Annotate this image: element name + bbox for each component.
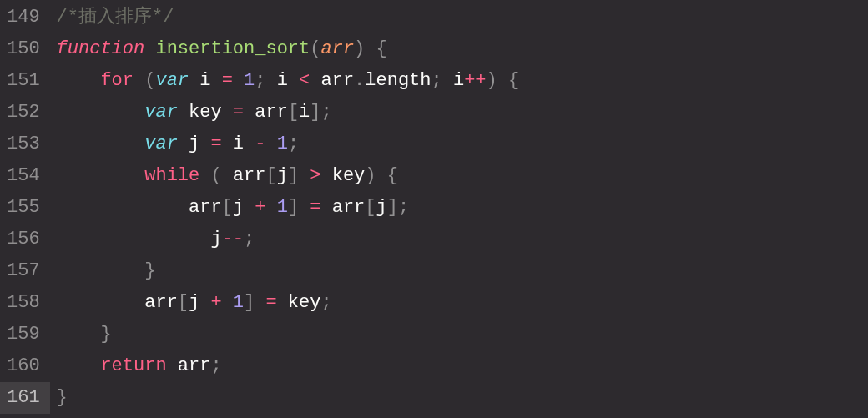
token-operator: = <box>233 102 244 123</box>
line-number: 154 <box>7 160 40 192</box>
token-punct: [ <box>178 292 189 313</box>
token-ident: key <box>277 292 321 313</box>
token-ident: arr <box>57 292 178 313</box>
token-punct: [ <box>288 102 299 123</box>
token-param: arr <box>320 38 354 59</box>
token-keyword-nf: return <box>100 355 166 376</box>
token-punct: ; <box>244 229 255 249</box>
token-operator: = <box>222 70 233 91</box>
line-number: 158 <box>7 287 40 319</box>
token-keyword: function <box>57 38 145 59</box>
token-punct: ] <box>244 292 255 313</box>
token-ident: i <box>222 133 255 154</box>
token-punct: ; <box>320 292 331 313</box>
line-number: 152 <box>7 97 40 128</box>
token-punct: { <box>508 70 519 91</box>
token-punct: ] <box>387 197 398 218</box>
token-punct: { <box>387 165 398 186</box>
token-ident <box>134 70 144 91</box>
code-line[interactable]: } <box>57 319 520 350</box>
token-ident: key <box>320 165 365 186</box>
token-ident: i <box>442 70 464 91</box>
line-number: 150 <box>7 33 40 65</box>
line-number: 159 <box>7 319 40 350</box>
line-number: 156 <box>7 224 40 255</box>
token-operator: + <box>255 197 265 218</box>
code-line[interactable]: arr[j + 1] = key; <box>57 287 520 319</box>
code-line[interactable]: function insertion_sort(arr) { <box>57 33 520 65</box>
code-line[interactable]: return arr; <box>57 350 520 382</box>
code-line[interactable]: while ( arr[j] > key) { <box>57 160 520 192</box>
code-line[interactable]: arr[j + 1] = arr[j]; <box>57 192 520 224</box>
token-ident <box>265 133 276 154</box>
token-punct: } <box>144 260 155 281</box>
token-ident: arr <box>310 70 354 91</box>
line-number: 160 <box>7 350 40 382</box>
token-ident: i <box>265 70 299 91</box>
code-line[interactable]: var j = i - 1; <box>57 128 520 160</box>
code-line[interactable]: } <box>57 382 520 414</box>
code-editor[interactable]: 149150151152153154155156157158159160161 … <box>0 0 868 418</box>
token-punct: ; <box>255 70 265 91</box>
code-line[interactable]: j--; <box>57 224 520 255</box>
token-operator: < <box>299 70 310 91</box>
token-ident <box>265 197 276 218</box>
token-punct: ; <box>431 70 442 91</box>
token-punct: { <box>376 38 387 59</box>
token-punct: ( <box>210 165 221 186</box>
token-punct: ) <box>365 165 376 186</box>
token-punct: ] <box>288 197 299 218</box>
token-ident <box>57 165 145 186</box>
token-punct: ) <box>487 70 497 91</box>
token-punct: ; <box>210 355 221 376</box>
token-ident: arr <box>320 197 365 218</box>
token-ident: j <box>57 229 222 249</box>
token-operator: = <box>210 133 221 154</box>
token-operator: = <box>310 197 320 218</box>
token-operator: + <box>210 292 221 313</box>
line-number: 149 <box>7 2 40 33</box>
token-punct: ] <box>288 165 299 186</box>
token-punct: [ <box>265 165 276 186</box>
token-punct: [ <box>222 197 233 218</box>
token-ident: j <box>189 292 210 313</box>
code-line[interactable]: } <box>57 255 520 287</box>
token-number: 1 <box>277 133 288 154</box>
token-ident <box>57 102 145 123</box>
token-punct: ; <box>288 133 299 154</box>
token-keyword-nf: for <box>100 70 134 91</box>
code-line[interactable]: var key = arr[i]; <box>57 97 520 128</box>
token-ident <box>365 38 376 59</box>
token-ident <box>57 133 145 154</box>
token-ident: arr <box>57 197 222 218</box>
token-storage: var <box>144 102 178 123</box>
token-operator: = <box>265 292 276 313</box>
code-line[interactable]: /*插入排序*/ <box>57 2 520 33</box>
token-number: 1 <box>233 292 244 313</box>
token-funcname: insertion_sort <box>155 38 310 59</box>
token-ident <box>222 292 233 313</box>
code-line[interactable]: for (var i = 1; i < arr.length; i++) { <box>57 65 520 97</box>
token-comment: /*插入排序*/ <box>57 7 174 28</box>
line-number: 161 <box>0 382 50 414</box>
line-number: 153 <box>7 128 40 160</box>
token-ident: j <box>277 165 288 186</box>
token-ident <box>199 165 210 186</box>
token-operator: - <box>255 133 265 154</box>
token-punct: ; <box>320 102 331 123</box>
code-area[interactable]: /*插入排序*/function insertion_sort(arr) { f… <box>50 0 520 418</box>
token-punct: ] <box>310 102 320 123</box>
token-ident <box>57 324 101 345</box>
token-number: 1 <box>277 197 288 218</box>
line-number: 151 <box>7 65 40 97</box>
token-prop: length <box>365 70 431 91</box>
token-ident: arr <box>222 165 266 186</box>
token-ident: key <box>178 102 233 123</box>
token-ident: j <box>178 133 211 154</box>
token-ident <box>57 260 145 281</box>
token-ident: arr <box>167 355 211 376</box>
line-number-gutter: 149150151152153154155156157158159160161 <box>0 0 50 418</box>
token-keyword-nf: while <box>144 165 199 186</box>
token-ident <box>255 292 265 313</box>
token-ident <box>299 165 310 186</box>
